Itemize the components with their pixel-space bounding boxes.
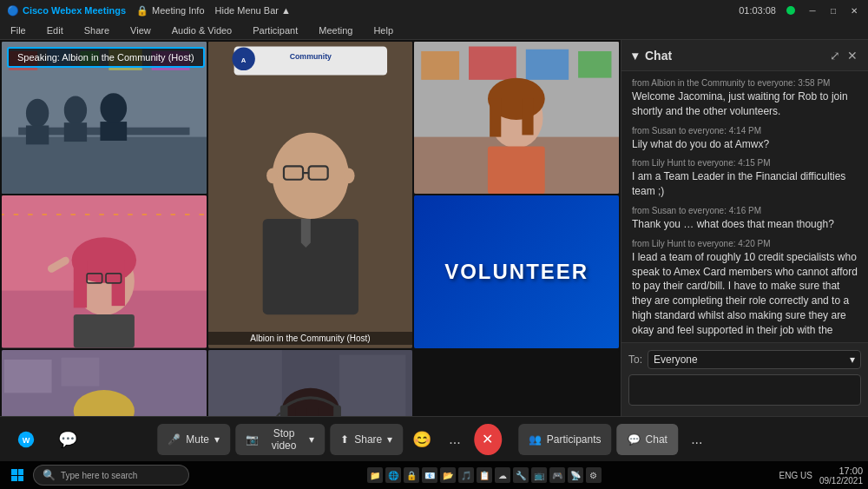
menu-meeting[interactable]: Meeting <box>315 23 356 37</box>
taskbar-icon-3[interactable]: 🔒 <box>404 467 419 483</box>
menu-help[interactable]: Help <box>370 23 397 37</box>
menu-audio-video[interactable]: Audio & Video <box>168 23 236 37</box>
webex-icon: W <box>16 430 36 449</box>
reactions-emoji-button[interactable]: 😊 <box>408 424 436 455</box>
taskbar-icon-5[interactable]: 📂 <box>440 467 456 483</box>
chat-expand-icon[interactable]: ⤢ <box>830 49 840 63</box>
volunteer-text: VOLUNTEER <box>444 260 589 284</box>
chat-to-dropdown[interactable]: Everyone ▾ <box>648 350 861 369</box>
svg-point-5 <box>64 96 87 124</box>
chat-input-field[interactable] <box>628 374 861 406</box>
stop-video-button[interactable]: 📷 Stop video ▾ <box>235 424 325 455</box>
chat-title-area: ▾ Chat <box>632 49 672 63</box>
svg-rect-8 <box>100 122 127 141</box>
chat-text-5: I lead a team of roughly 10 credit speci… <box>632 250 858 338</box>
speaking-banner: Speaking: Albion in the Community (Host) <box>7 47 205 68</box>
chat-close-icon[interactable]: ✕ <box>847 49 858 63</box>
hide-menu-bar-btn[interactable]: Hide Menu Bar ▲ <box>215 5 291 16</box>
share-icon: ⬆ <box>340 433 349 446</box>
chat-text-3: I am a Team Leader in the Financial diff… <box>632 169 858 199</box>
chat-header: ▾ Chat ⤢ ✕ <box>621 40 868 71</box>
main-content: Speaking: Albion in the Community (Host) <box>0 40 868 416</box>
video-area: Speaking: Albion in the Community (Host) <box>0 40 621 416</box>
end-call-button[interactable]: ✕ <box>474 424 502 455</box>
svg-rect-1 <box>2 137 207 195</box>
taskbar-icon-11[interactable]: 🎮 <box>549 467 565 483</box>
taskbar-icon-6[interactable]: 🎵 <box>458 467 474 483</box>
taskbar-icon-13[interactable]: ⚙ <box>586 467 602 483</box>
glasses-girl-svg <box>2 350 207 416</box>
chat-meta-2: from Susan to everyone: 4:14 PM <box>632 126 858 135</box>
mute-button[interactable]: 🎤 Mute ▾ <box>157 424 230 455</box>
svg-rect-65 <box>339 354 405 416</box>
svg-rect-29 <box>422 51 460 80</box>
video-cell-volunteer: VOLUNTEER <box>414 195 619 347</box>
taskbar-search[interactable]: 🔍 Type here to search <box>33 465 189 486</box>
video-cell-empty <box>414 350 619 416</box>
svg-rect-37 <box>488 147 545 195</box>
ellipsis-icon: ... <box>449 432 460 447</box>
taskbar-icon-4[interactable]: 📧 <box>422 467 437 483</box>
taskbar-icon-1[interactable]: 📁 <box>367 467 383 483</box>
menu-participant[interactable]: Participant <box>249 23 301 37</box>
taskbar-icon-10[interactable]: 📺 <box>531 467 547 483</box>
minimize-button[interactable]: ─ <box>806 3 819 17</box>
taskbar-icon-2[interactable]: 🌐 <box>385 467 401 483</box>
menu-view[interactable]: View <box>127 23 155 37</box>
webex-home-button[interactable]: W <box>10 424 42 455</box>
svg-rect-51 <box>4 360 52 393</box>
host-label: Albion in the Community (Host) <box>208 332 413 345</box>
taskbar-time: 17:00 <box>819 466 863 476</box>
share-dropdown-icon: ▾ <box>387 433 392 446</box>
svg-point-23 <box>266 169 278 184</box>
video-icon: 📷 <box>246 433 259 446</box>
svg-text:Community: Community <box>289 52 331 61</box>
taskbar-icon-9[interactable]: 🔧 <box>513 467 529 483</box>
maximize-button[interactable]: □ <box>826 3 840 17</box>
chat-meta-5: from Lily Hunt to everyone: 4:20 PM <box>632 239 858 248</box>
svg-rect-31 <box>526 50 569 80</box>
chevron-up-icon: ▲ <box>281 5 291 16</box>
taskbar: 🔍 Type here to search 📁 🌐 🔒 📧 📂 🎵 📋 ☁ 🔧 … <box>0 461 868 489</box>
svg-point-7 <box>100 93 127 123</box>
chat-message-2: from Susan to everyone: 4:14 PM Lily wha… <box>632 126 858 152</box>
chat-to-label: To: <box>628 354 642 366</box>
svg-rect-15 <box>233 47 386 76</box>
taskbar-icon-7[interactable]: 📋 <box>477 467 492 483</box>
taskbar-icon-12[interactable]: 📡 <box>568 467 583 483</box>
menu-share[interactable]: Share <box>81 23 113 37</box>
start-button[interactable] <box>5 463 30 487</box>
reactions-button[interactable]: 💬 <box>52 424 83 455</box>
svg-rect-64 <box>208 350 282 416</box>
chat-to-row: To: Everyone ▾ <box>628 350 861 369</box>
taskbar-icon-8[interactable]: ☁ <box>495 467 510 483</box>
meeting-info-btn[interactable]: 🔒 Meeting Info <box>136 5 205 17</box>
app-title: Cisco Webex Meetings <box>23 5 126 16</box>
toolbar-more-button[interactable]: ... <box>683 424 711 455</box>
svg-rect-69 <box>306 409 318 416</box>
cisco-icon: 🔵 <box>7 5 19 17</box>
menu-file[interactable]: File <box>7 23 30 37</box>
chat-chevron-icon[interactable]: ▾ <box>632 49 638 63</box>
mute-dropdown-icon: ▾ <box>214 433 220 446</box>
microphone-icon: 🎤 <box>168 433 181 446</box>
chat-meta-4: from Susan to everyone: 4:16 PM <box>632 206 858 215</box>
taskbar-right: ENG US 17:00 09/12/2021 <box>779 466 863 486</box>
share-button[interactable]: ⬆ Share ▾ <box>330 424 403 455</box>
toolbar-center: 🎤 Mute ▾ 📷 Stop video ▾ ⬆ Share ▾ 😊 ... … <box>157 424 710 455</box>
participants-button[interactable]: 👥 Participants <box>518 424 612 455</box>
chat-meta-3: from Lily Hunt to everyone: 4:15 PM <box>632 158 858 168</box>
svg-rect-30 <box>469 46 516 79</box>
reactions-icon: 💬 <box>58 430 77 449</box>
close-button[interactable]: ✕ <box>847 3 861 17</box>
more-options-button[interactable]: ... <box>441 424 469 455</box>
toolbar-left: W 💬 <box>10 424 83 455</box>
chat-input-area: To: Everyone ▾ <box>621 342 868 416</box>
timer-display: 01:03:08 <box>739 5 776 16</box>
chat-message-1: from Albion in the Community to everyone… <box>632 78 858 119</box>
menu-edit[interactable]: Edit <box>43 23 67 37</box>
pink-room-svg <box>2 195 207 347</box>
chat-text-1: Welcome Jacomina, just waiting for Rob t… <box>632 89 858 119</box>
svg-rect-71 <box>333 405 341 416</box>
chat-button[interactable]: 💬 Chat <box>617 424 678 455</box>
